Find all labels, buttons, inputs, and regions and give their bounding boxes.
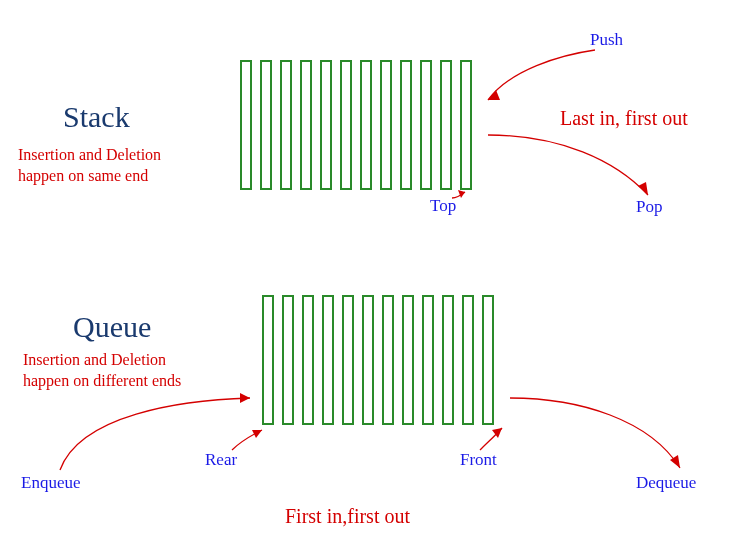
queue-caption: Insertion and Deletion happen on differe… bbox=[23, 350, 181, 392]
pop-label: Pop bbox=[636, 197, 662, 217]
svg-marker-3 bbox=[240, 393, 250, 403]
bar bbox=[362, 295, 374, 425]
dequeue-label: Dequeue bbox=[636, 473, 696, 493]
bar bbox=[382, 295, 394, 425]
svg-marker-6 bbox=[670, 455, 680, 468]
bar bbox=[262, 295, 274, 425]
front-label: Front bbox=[460, 450, 497, 470]
enqueue-label: Enqueue bbox=[21, 473, 80, 493]
bar bbox=[360, 60, 372, 190]
bar bbox=[240, 60, 252, 190]
bar bbox=[400, 60, 412, 190]
bar bbox=[322, 295, 334, 425]
queue-policy: First in,first out bbox=[285, 503, 410, 529]
bar bbox=[422, 295, 434, 425]
bar bbox=[260, 60, 272, 190]
svg-marker-2 bbox=[458, 190, 465, 198]
rear-label: Rear bbox=[205, 450, 237, 470]
stack-policy: Last in, first out bbox=[560, 105, 688, 131]
queue-title: Queue bbox=[73, 310, 151, 344]
bar bbox=[380, 60, 392, 190]
bar bbox=[282, 295, 294, 425]
top-label: Top bbox=[430, 196, 456, 216]
stack-title: Stack bbox=[63, 100, 130, 134]
bar bbox=[280, 60, 292, 190]
bar bbox=[462, 295, 474, 425]
svg-marker-4 bbox=[252, 430, 262, 438]
queue-bars bbox=[262, 295, 494, 425]
bar bbox=[442, 295, 454, 425]
bar bbox=[440, 60, 452, 190]
bar bbox=[302, 295, 314, 425]
svg-marker-1 bbox=[638, 182, 648, 195]
push-label: Push bbox=[590, 30, 623, 50]
bar bbox=[340, 60, 352, 190]
bar bbox=[342, 295, 354, 425]
bar bbox=[402, 295, 414, 425]
bar bbox=[482, 295, 494, 425]
svg-marker-0 bbox=[488, 90, 500, 100]
bar bbox=[420, 60, 432, 190]
bar bbox=[460, 60, 472, 190]
stack-bars bbox=[240, 60, 472, 190]
svg-marker-5 bbox=[492, 428, 502, 438]
stack-caption: Insertion and Deletion happen on same en… bbox=[18, 145, 161, 187]
bar bbox=[320, 60, 332, 190]
bar bbox=[300, 60, 312, 190]
